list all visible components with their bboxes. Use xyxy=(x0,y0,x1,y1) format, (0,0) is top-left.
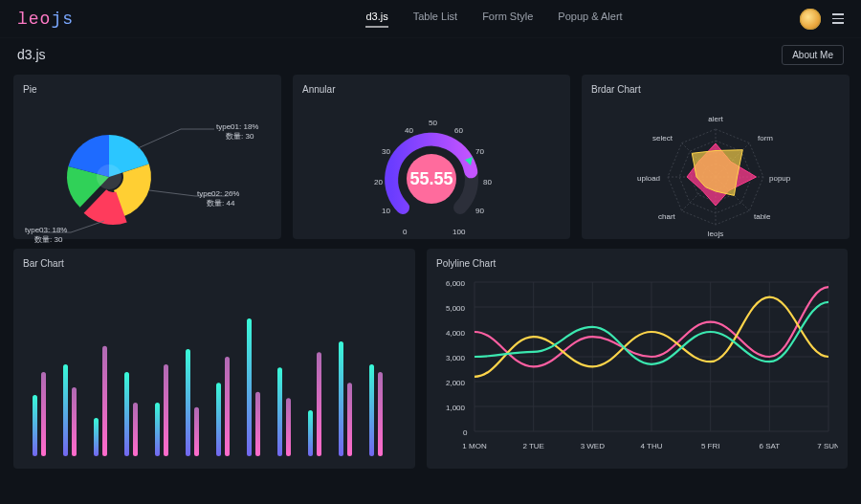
svg-rect-59 xyxy=(194,407,199,456)
svg-rect-54 xyxy=(124,372,129,456)
svg-text:form: form xyxy=(758,134,773,142)
svg-text:70: 70 xyxy=(475,147,484,156)
svg-text:数量:  30: 数量: 30 xyxy=(34,235,63,244)
svg-text:2 TUE: 2 TUE xyxy=(522,442,544,450)
svg-text:table: table xyxy=(754,212,771,221)
svg-text:type01:  18%: type01: 18% xyxy=(216,122,258,131)
svg-rect-58 xyxy=(186,349,190,456)
svg-text:30: 30 xyxy=(382,147,390,156)
svg-rect-52 xyxy=(94,418,99,456)
svg-text:1,000: 1,000 xyxy=(446,404,466,412)
svg-rect-67 xyxy=(317,352,321,456)
nav-d3js[interactable]: d3.js xyxy=(365,11,387,28)
pie-card-title: Pie xyxy=(23,84,272,95)
svg-rect-62 xyxy=(247,318,252,456)
about-me-button[interactable]: About Me xyxy=(782,45,844,65)
top-nav: d3.js Table List Form Style Popup & Aler… xyxy=(251,11,622,28)
svg-rect-66 xyxy=(308,410,313,456)
radar-chart: alert form popup table leojs chart uploa… xyxy=(591,100,840,244)
pie-chart: type01: 18% 数量: 30 type02: 26% 数量: 44 ty… xyxy=(23,100,272,244)
svg-rect-65 xyxy=(286,398,291,456)
svg-text:7 SUN: 7 SUN xyxy=(817,442,838,450)
svg-text:6,000: 6,000 xyxy=(446,279,466,288)
svg-text:100: 100 xyxy=(453,228,466,236)
svg-text:数量:  44: 数量: 44 xyxy=(207,199,235,208)
svg-rect-50 xyxy=(63,364,68,456)
svg-text:55.55: 55.55 xyxy=(409,169,453,188)
svg-text:popup: popup xyxy=(769,174,791,183)
avatar[interactable] xyxy=(800,9,821,30)
svg-text:1 MON: 1 MON xyxy=(462,442,487,450)
nav-popup-alert[interactable]: Popup & Alert xyxy=(558,11,622,28)
svg-rect-56 xyxy=(155,403,160,456)
svg-text:4 THU: 4 THU xyxy=(641,442,663,450)
radar-card-title: Brdar Chart xyxy=(591,84,840,95)
svg-text:upload: upload xyxy=(637,174,660,183)
svg-line-5 xyxy=(71,221,104,232)
svg-rect-53 xyxy=(102,346,107,456)
svg-text:10: 10 xyxy=(382,207,390,215)
svg-text:0: 0 xyxy=(463,428,468,437)
svg-text:80: 80 xyxy=(483,178,492,186)
svg-text:6 SAT: 6 SAT xyxy=(759,442,780,450)
svg-text:5 FRI: 5 FRI xyxy=(701,442,720,450)
svg-rect-51 xyxy=(72,387,77,456)
svg-text:5,000: 5,000 xyxy=(446,304,466,313)
svg-rect-61 xyxy=(225,357,230,456)
svg-rect-70 xyxy=(369,364,374,456)
svg-rect-60 xyxy=(216,383,221,456)
svg-rect-64 xyxy=(277,367,282,456)
svg-rect-48 xyxy=(33,395,37,456)
svg-text:2,000: 2,000 xyxy=(446,379,466,387)
svg-text:3,000: 3,000 xyxy=(446,354,466,362)
svg-line-1 xyxy=(138,129,181,148)
gauge-chart: 0 10 20 30 40 50 60 70 80 90 100 55.55 xyxy=(302,100,561,244)
svg-text:数量:  30: 数量: 30 xyxy=(226,132,254,141)
svg-text:type03:  18%: type03: 18% xyxy=(25,226,67,234)
svg-rect-55 xyxy=(133,403,138,456)
svg-text:4,000: 4,000 xyxy=(446,329,466,338)
svg-text:3 WED: 3 WED xyxy=(581,442,606,450)
pie-card: Pie type01: 18% 数量: 30 type02: 26% 数量 xyxy=(13,75,281,239)
svg-text:leojs: leojs xyxy=(708,230,723,238)
svg-text:50: 50 xyxy=(429,119,437,127)
svg-rect-49 xyxy=(41,372,46,456)
svg-line-3 xyxy=(149,190,195,196)
polyline-chart: 6,0005,000 4,0003,000 2,0001,000 0 1 MON… xyxy=(436,274,838,466)
svg-text:0: 0 xyxy=(403,228,408,236)
menu-icon[interactable] xyxy=(832,13,844,24)
subheader: d3.js About Me xyxy=(0,38,861,65)
nav-table-list[interactable]: Table List xyxy=(413,11,457,28)
svg-text:20: 20 xyxy=(374,178,383,186)
svg-text:chart: chart xyxy=(658,212,676,221)
brand-logo[interactable]: leojs xyxy=(17,10,74,29)
bar-card-title: Bar Chart xyxy=(23,258,406,269)
svg-text:type02:  26%: type02: 26% xyxy=(197,189,239,198)
svg-text:60: 60 xyxy=(454,126,463,135)
nav-form-style[interactable]: Form Style xyxy=(482,11,533,28)
svg-text:select: select xyxy=(652,134,673,142)
topbar: leojs d3.js Table List Form Style Popup … xyxy=(0,0,861,38)
annular-card-title: Annular xyxy=(302,84,561,95)
svg-rect-57 xyxy=(164,364,168,456)
bar-chart xyxy=(23,274,406,466)
bar-card: Bar Chart xyxy=(13,249,415,469)
svg-text:90: 90 xyxy=(475,207,484,215)
svg-rect-71 xyxy=(378,372,383,456)
svg-rect-63 xyxy=(255,392,260,456)
annular-card: Annular 0 10 20 30 40 50 60 70 80 90 100 xyxy=(293,75,570,239)
svg-text:40: 40 xyxy=(405,126,413,135)
svg-rect-68 xyxy=(339,341,343,456)
page-title: d3.js xyxy=(17,47,46,62)
svg-rect-69 xyxy=(347,383,352,456)
svg-point-0 xyxy=(97,164,121,189)
polyline-card-title: Polyline Chart xyxy=(436,258,838,269)
svg-text:alert: alert xyxy=(708,115,723,123)
radar-card: Brdar Chart alert form popup tab xyxy=(582,75,850,239)
polyline-card: Polyline Chart 6,0005,000 4,0003,000 2,0… xyxy=(427,249,848,469)
